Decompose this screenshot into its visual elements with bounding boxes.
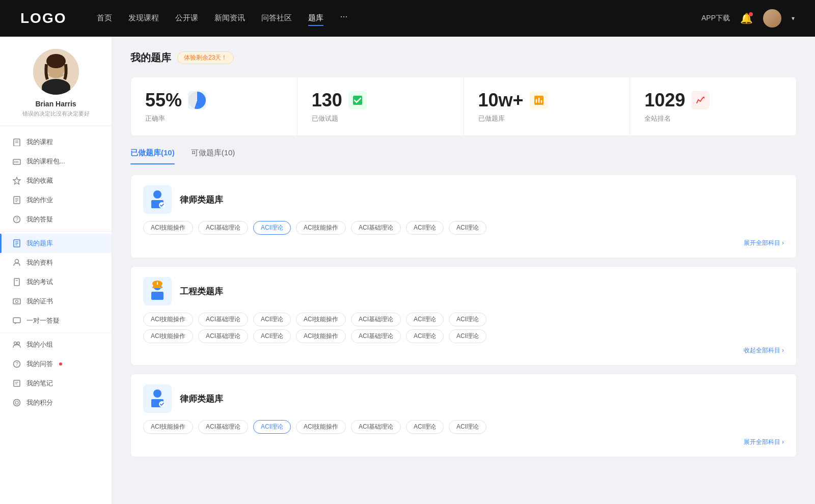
sidebar-item-favorites[interactable]: 我的收藏 bbox=[0, 171, 112, 190]
tag-3-3[interactable]: ACI技能操作 bbox=[296, 420, 346, 434]
nav-more[interactable]: ··· bbox=[340, 11, 347, 26]
svg-text:?: ? bbox=[15, 361, 18, 367]
tag-1-1[interactable]: ACI基础理论 bbox=[198, 221, 248, 235]
expand-link-3[interactable]: 展开全部科目 › bbox=[143, 438, 784, 446]
sidebar-item-course-pack[interactable]: 我的课程包... bbox=[0, 152, 112, 171]
tag-3-6[interactable]: ACI理论 bbox=[449, 420, 486, 434]
tag-2-3[interactable]: ACI技能操作 bbox=[296, 313, 346, 326]
tag-2-2[interactable]: ACI理论 bbox=[253, 313, 291, 326]
tag-1-6[interactable]: ACI理论 bbox=[449, 221, 486, 235]
collapse-link-2[interactable]: 收起全部科目 › bbox=[143, 346, 784, 355]
stat-done-top: 130 bbox=[312, 90, 449, 111]
stat-accuracy-top: 55% bbox=[145, 90, 283, 111]
tag-3-1[interactable]: ACI基础理论 bbox=[198, 420, 248, 434]
stat-done-value: 130 bbox=[312, 90, 342, 111]
profile-avatar bbox=[33, 49, 79, 95]
sidebar-item-course-pack-label: 我的课程包... bbox=[26, 157, 65, 166]
tag-1-2[interactable]: ACI理论 bbox=[253, 221, 291, 235]
ranking-icon bbox=[691, 91, 710, 109]
expand-link-1[interactable]: 展开全部科目 › bbox=[143, 239, 784, 247]
tag-2-6[interactable]: ACI理论 bbox=[449, 313, 486, 326]
navbar: LOGO 首页 发现课程 公开课 新闻资讯 问答社区 题库 ··· APP下载 … bbox=[0, 0, 815, 37]
sidebar-item-homework-label: 我的作业 bbox=[26, 195, 53, 205]
homework-icon bbox=[12, 195, 21, 205]
svg-line-46 bbox=[700, 98, 702, 101]
svg-rect-53 bbox=[151, 292, 164, 300]
sidebar-item-my-qa-label: 我的问答 bbox=[26, 359, 53, 369]
sidebar-item-homework[interactable]: 我的作业 bbox=[0, 190, 112, 210]
app-download-link[interactable]: APP下载 bbox=[701, 14, 730, 23]
sidebar-item-profile[interactable]: 我的资料 bbox=[0, 253, 112, 272]
tag-1-3[interactable]: ACI技能操作 bbox=[296, 221, 346, 235]
tag-2e-4[interactable]: ACI基础理论 bbox=[351, 329, 401, 343]
tag-3-2[interactable]: ACI理论 bbox=[253, 420, 291, 434]
sidebar-item-notes[interactable]: 我的笔记 bbox=[0, 374, 112, 393]
stat-banks-value: 10w+ bbox=[478, 90, 524, 111]
tag-1-0[interactable]: ACI技能操作 bbox=[143, 221, 193, 235]
sidebar-item-exam[interactable]: 我的考试 bbox=[0, 272, 112, 292]
sidebar-item-quiz[interactable]: 我的题库 bbox=[0, 234, 112, 253]
bank-card-engineer: 工程类题库 ACI技能操作 ACI基础理论 ACI理论 ACI技能操作 ACI基… bbox=[130, 266, 797, 366]
svg-point-23 bbox=[15, 260, 19, 263]
stat-ranking-label: 全站排名 bbox=[644, 114, 782, 123]
sidebar-item-cert[interactable]: 我的证书 bbox=[0, 292, 112, 311]
tag-2e-5[interactable]: ACI理论 bbox=[406, 329, 444, 343]
tag-1-4[interactable]: ACI基础理论 bbox=[351, 221, 401, 235]
quiz-icon bbox=[12, 239, 21, 248]
svg-text:?: ? bbox=[15, 217, 18, 222]
stat-accuracy-value: 55% bbox=[145, 90, 182, 111]
svg-rect-24 bbox=[14, 278, 19, 286]
page-title: 我的题库 bbox=[130, 51, 171, 65]
bank-title-1: 律师类题库 bbox=[180, 194, 223, 206]
svg-point-30 bbox=[14, 342, 17, 345]
stat-ranking-top: 1029 bbox=[644, 90, 782, 111]
tag-2e-0[interactable]: ACI技能操作 bbox=[143, 329, 193, 343]
nav-home[interactable]: 首页 bbox=[97, 11, 112, 26]
sidebar-item-questions-label: 我的答疑 bbox=[26, 215, 53, 224]
nav-news[interactable]: 新闻资讯 bbox=[214, 11, 245, 26]
notification-bell[interactable]: 🔔 bbox=[740, 12, 753, 24]
tag-2e-2[interactable]: ACI理论 bbox=[253, 329, 291, 343]
nav-qa[interactable]: 问答社区 bbox=[261, 11, 292, 26]
chat-icon bbox=[12, 316, 21, 325]
tag-2-0[interactable]: ACI技能操作 bbox=[143, 313, 193, 326]
tag-2e-6[interactable]: ACI理论 bbox=[449, 329, 486, 343]
sidebar-item-points[interactable]: 我的积分 bbox=[0, 393, 112, 412]
tag-1-5[interactable]: ACI理论 bbox=[406, 221, 444, 235]
sidebar-item-course[interactable]: 我的课程 bbox=[0, 132, 112, 152]
nav-discover[interactable]: 发现课程 bbox=[128, 11, 159, 26]
tab-available[interactable]: 可做题库(10) bbox=[191, 148, 235, 164]
stat-accuracy: 55% 正确率 bbox=[131, 77, 297, 135]
stat-banks-label: 已做题库 bbox=[478, 114, 616, 123]
tag-2e-3[interactable]: ACI技能操作 bbox=[296, 329, 346, 343]
tag-2e-1[interactable]: ACI基础理论 bbox=[198, 329, 248, 343]
sidebar-item-questions[interactable]: ? 我的答疑 bbox=[0, 210, 112, 229]
tag-2-1[interactable]: ACI基础理论 bbox=[198, 313, 248, 326]
notification-red-dot bbox=[59, 362, 62, 366]
sidebar-item-my-qa[interactable]: ? 我的问答 bbox=[0, 354, 112, 374]
bank-card-header-2: 工程类题库 bbox=[143, 277, 784, 305]
tag-2-4[interactable]: ACI基础理论 bbox=[351, 313, 401, 326]
user-avatar[interactable] bbox=[763, 9, 781, 27]
nav-quiz[interactable]: 题库 bbox=[308, 11, 323, 26]
sidebar-item-group[interactable]: 我的小组 bbox=[0, 335, 112, 354]
tab-done[interactable]: 已做题库(10) bbox=[130, 148, 175, 164]
group-icon bbox=[12, 340, 21, 349]
svg-point-31 bbox=[17, 342, 20, 345]
user-motto: 错误的决定比没有决定要好 bbox=[0, 110, 112, 118]
avatar-chevron-icon[interactable]: ▾ bbox=[792, 15, 795, 22]
engineer-icon bbox=[143, 277, 172, 305]
stat-done-questions: 130 已做试题 bbox=[297, 77, 464, 135]
nav-open-course[interactable]: 公开课 bbox=[175, 11, 198, 26]
sidebar-item-cert-label: 我的证书 bbox=[26, 297, 53, 306]
bank-card-header-3: 律师类题库 bbox=[143, 384, 784, 413]
tag-3-0[interactable]: ACI技能操作 bbox=[143, 420, 193, 434]
sidebar-item-one-on-one[interactable]: 一对一答疑 bbox=[0, 311, 112, 330]
sidebar-item-course-label: 我的课程 bbox=[26, 137, 53, 147]
tag-2-5[interactable]: ACI理论 bbox=[406, 313, 444, 326]
stat-ranking-value: 1029 bbox=[644, 90, 685, 111]
sidebar-divider-1 bbox=[0, 231, 112, 232]
stats-row: 55% 正确率 130 已做试题 10w+ bbox=[130, 77, 797, 136]
tag-3-5[interactable]: ACI理论 bbox=[406, 420, 444, 434]
tag-3-4[interactable]: ACI基础理论 bbox=[351, 420, 401, 434]
